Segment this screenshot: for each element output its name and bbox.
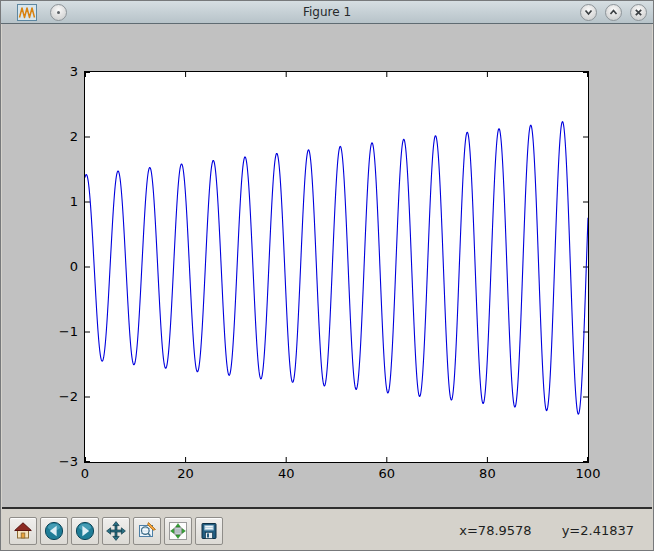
- pan-icon: [106, 521, 126, 541]
- home-button[interactable]: [9, 517, 37, 545]
- cursor-x-value: x=78.9578: [459, 523, 531, 538]
- navigation-toolbar: x=78.9578 y=2.41837: [2, 511, 652, 550]
- chevron-down-icon: [583, 7, 594, 18]
- window-title: Figure 1: [303, 5, 351, 19]
- subplots-icon: [168, 521, 188, 541]
- plot-axes[interactable]: [84, 71, 589, 463]
- back-icon: [44, 521, 64, 541]
- pan-button[interactable]: [102, 517, 130, 545]
- zoom-rect-icon: [137, 521, 157, 541]
- cursor-y-value: y=2.41837: [562, 523, 634, 538]
- cursor-position-readout: x=78.9578 y=2.41837: [459, 511, 634, 550]
- y-tick-label: −1: [59, 325, 78, 339]
- home-icon: [13, 521, 33, 541]
- y-tick-label: 1: [70, 195, 78, 209]
- x-tick-label: 40: [278, 467, 295, 481]
- maximize-button[interactable]: [605, 4, 622, 21]
- minimize-button[interactable]: [580, 4, 597, 21]
- chevron-up-icon: [608, 7, 619, 18]
- figure-canvas[interactable]: 020406080100−3−2−10123: [2, 24, 652, 509]
- matplotlib-logo-icon: [17, 4, 37, 21]
- close-button[interactable]: [630, 4, 647, 21]
- plot-area-svg: [85, 72, 588, 462]
- signal-line: [85, 122, 588, 414]
- forward-icon: [75, 521, 95, 541]
- figure-window: Figure 1 020406080100−3−2−1012: [0, 0, 654, 551]
- y-tick-label: 2: [70, 130, 78, 144]
- titlebar[interactable]: Figure 1: [1, 1, 653, 24]
- back-button[interactable]: [40, 517, 68, 545]
- y-tick-label: −3: [59, 455, 78, 469]
- x-tick-label: 0: [81, 467, 89, 481]
- window-menu-button[interactable]: [50, 4, 67, 21]
- y-tick-label: 3: [70, 65, 78, 79]
- configure-subplots-button[interactable]: [164, 517, 192, 545]
- save-icon: [199, 521, 219, 541]
- forward-button[interactable]: [71, 517, 99, 545]
- x-tick-label: 80: [479, 467, 496, 481]
- window-controls: [580, 4, 647, 21]
- x-tick-label: 20: [177, 467, 194, 481]
- close-icon: [633, 7, 644, 18]
- y-tick-label: 0: [70, 260, 78, 274]
- save-button[interactable]: [195, 517, 223, 545]
- zoom-to-rect-button[interactable]: [133, 517, 161, 545]
- y-tick-label: −2: [59, 390, 78, 404]
- x-tick-label: 100: [576, 467, 601, 481]
- window-menu-icon: [57, 11, 60, 14]
- x-tick-label: 60: [379, 467, 396, 481]
